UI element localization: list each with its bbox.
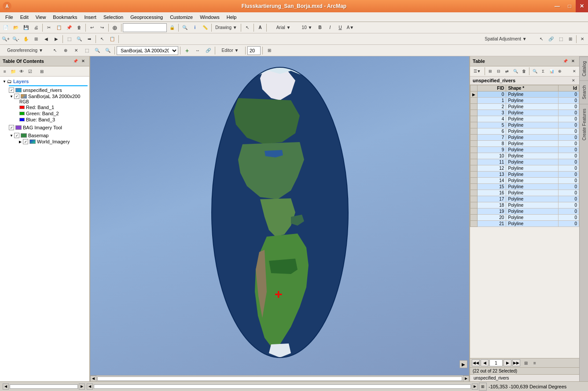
scale-input[interactable]: 1:115 485 256 [123,23,167,32]
zoom-value-input[interactable] [247,46,261,55]
basemap-checkbox[interactable] [14,133,19,138]
table-row[interactable]: 14Polyline0 [470,178,579,184]
table-row[interactable]: 19Polyline0 [470,208,579,215]
col-id[interactable]: Id [559,85,579,91]
table-add-field[interactable]: ⊕ [556,67,564,75]
table-pin-btn[interactable]: 📌 [562,58,569,65]
map-scrollbar-h[interactable]: ◀ ▶ [90,375,469,381]
table-row[interactable]: 1Polyline0 [470,98,579,104]
redo-button[interactable]: ↪ [97,23,107,33]
nav-view-all-btn[interactable]: ⊞ [522,359,530,366]
world-checkbox[interactable] [23,139,28,144]
geo-zoom2[interactable]: 🔍 [103,46,113,55]
zoom-out-button[interactable]: 🔍- [11,34,21,44]
table-row[interactable]: 17Polyline0 [470,196,579,202]
identify-button[interactable]: i [190,23,200,33]
pan-button[interactable]: ✋ [21,34,31,44]
cut-button[interactable]: ✂ [44,23,54,33]
magnify-button[interactable]: 🔍 [180,23,190,33]
nav-last-btn[interactable]: ▶▶ [512,359,520,366]
measure-button[interactable]: 📏 [200,23,210,33]
table-options-btn[interactable]: ☰▼ [471,67,483,75]
scroll-left-btn[interactable]: ◀ [90,376,96,382]
undo-button[interactable]: ↩ [87,23,97,33]
table-close-btn[interactable]: ✕ [570,58,577,65]
menu-file[interactable]: File [2,14,17,21]
geo-zoom[interactable]: 🔍 [92,46,102,55]
sa-edge-button[interactable]: ⬚ [556,34,566,44]
add-data-button[interactable]: ⊕ [110,23,120,33]
geo-delete[interactable]: ✕ [71,46,81,55]
table-row[interactable]: 20Polyline0 [470,215,579,221]
close-button[interactable]: ✕ [576,0,588,12]
geo-cursor[interactable]: ↖ [50,46,60,55]
sa-cursor-button[interactable]: ↖ [537,34,546,44]
search-tab[interactable]: Search [580,80,588,104]
geo-link2[interactable]: 🔗 [203,46,213,55]
table-find-btn[interactable]: 🔍 [531,67,539,75]
toc-bag-imagery[interactable]: BAG Imagery Tool [9,124,88,131]
table-row[interactable]: 5Polyline0 [470,122,579,128]
table-stats[interactable]: 📊 [548,67,555,75]
toc-vis-view[interactable]: 👁 [18,67,26,75]
toc-expand-all[interactable]: ⊞ [38,67,46,75]
toc-world-imagery[interactable]: ▶ World_Imagery [18,139,88,145]
scroll-track-h[interactable] [97,376,462,381]
scale-lock[interactable]: 🔒 [167,23,177,33]
save-button[interactable]: 💾 [21,23,31,33]
print-button[interactable]: 🖨 [31,23,41,33]
toc-list-view[interactable]: ≡ [1,67,9,75]
sa-link-button[interactable]: 🔗 [546,34,556,44]
table-row[interactable]: 13Polyline0 [470,172,579,178]
data-table[interactable]: FID Shape * Id ▶0Polyline01Polyline02Pol… [470,85,579,358]
nav-page-input[interactable]: 1 [489,359,503,366]
menu-windows[interactable]: Windows [196,14,223,21]
editor-dropdown[interactable]: Editor ▼ [217,46,243,55]
table-zoom-sel[interactable]: 🔍 [511,67,519,75]
geo-dropdown[interactable]: Georeferencing ▼ [1,46,49,55]
table-row[interactable]: 9Polyline0 [470,147,579,153]
maximize-button[interactable]: □ [563,0,576,12]
table-del-sel[interactable]: 🗑 [520,67,528,75]
nav-sel-view-btn[interactable]: ≡ [531,359,539,366]
toc-scrollbar[interactable] [10,384,78,389]
table-bottom-tab[interactable]: unspecified_rivers [470,374,579,381]
more-tools[interactable]: ⊞ [265,46,274,55]
cursor-button[interactable]: ↖ [243,23,252,33]
table-row[interactable]: 11Polyline0 [470,159,579,165]
table-row[interactable]: 16Polyline0 [470,190,579,196]
font-color-button[interactable]: A▼ [345,23,355,33]
toc-pin-button[interactable]: 📌 [72,58,79,65]
toc-sel-view[interactable]: ☑ [26,67,34,75]
map-sb-left[interactable]: ◀ [87,384,93,390]
table-sel-none[interactable]: ⊟ [495,67,503,75]
goto-button[interactable]: ➡ [85,34,94,44]
menu-edit[interactable]: Edit [17,14,32,21]
toc-sanboria-group[interactable]: ▼ SanBorjaL 3A 2000x200 [9,93,88,99]
attribute-button[interactable]: 📋 [107,34,117,44]
geo-add-ctrl[interactable]: + [182,46,192,55]
toc-unspecified-rivers[interactable]: unspecified_rivers [9,87,88,93]
map-expand-btn[interactable]: ⊞ [479,383,487,391]
delete-button[interactable]: 🗑 [74,23,84,33]
spatial-adj-dropdown[interactable]: Spatial Adjustment ▼ [475,34,537,44]
bold-button[interactable]: B [315,23,325,33]
table-row[interactable]: 12Polyline0 [470,165,579,172]
table-layer-close[interactable]: ✕ [570,77,577,84]
sanboria-checkbox[interactable] [14,94,19,99]
toc-layers-group[interactable]: ▼ 🗂 Layers [2,78,88,84]
table-row[interactable]: 10Polyline0 [470,153,579,159]
layer-select-dropdown[interactable]: SanBorjaL 3A 2000x2000 [117,46,178,55]
minimize-button[interactable]: — [551,0,563,12]
table-row[interactable]: 3Polyline0 [470,110,579,116]
table-row[interactable]: 2Polyline0 [470,104,579,110]
map-hscrollbar[interactable] [94,384,471,389]
catalog-tab[interactable]: Catalog [580,56,588,80]
menu-view[interactable]: View [32,14,50,21]
table-row[interactable]: 4Polyline0 [470,116,579,122]
col-fid[interactable]: FID [478,85,506,91]
underline-button[interactable]: U [335,23,345,33]
toc-close-button[interactable]: ✕ [80,58,87,65]
table-row[interactable]: 7Polyline0 [470,135,579,141]
scroll-right-btn[interactable]: ▶ [463,376,469,382]
